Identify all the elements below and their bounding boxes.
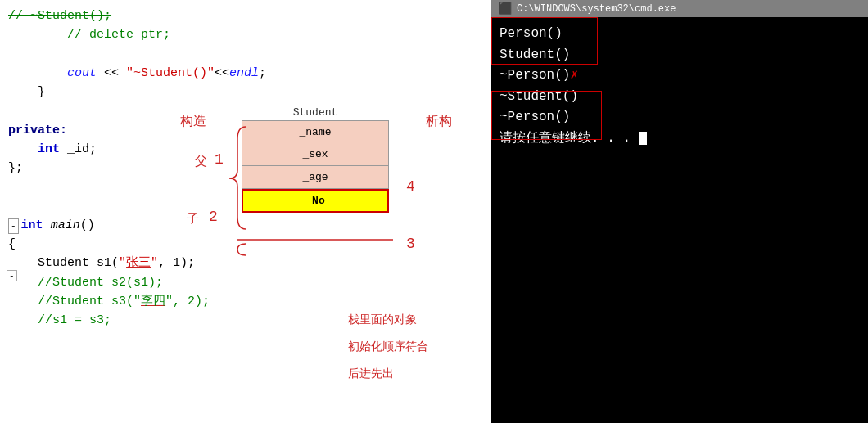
annotation-lifo: 后进先出: [348, 367, 394, 381]
annotation-1: 1: [215, 151, 224, 168]
code-line-brace1: }: [8, 83, 482, 101]
main-collapse-icon[interactable]: -: [7, 270, 17, 281]
highlight-box-2: [491, 91, 602, 140]
code-line-cout: cout << "~Student()" << endl ;: [8, 64, 482, 83]
code-line-blank1: [8, 45, 482, 64]
annotation-construct: 构造: [180, 113, 206, 130]
annotation-stack: 栈里面的对象: [348, 313, 417, 327]
code-line-2: // delete ptr;: [8, 25, 482, 44]
code-line-1: // ~Student();: [8, 7, 482, 25]
code-line-s1: Student s1( "张三" , 1);: [8, 254, 482, 272]
x-mark: ✗: [570, 65, 578, 87]
code-editor: // ~Student(); // delete ptr; cout << "~…: [0, 0, 491, 423]
highlight-box-1: [491, 17, 598, 65]
annotation-2: 2: [209, 209, 218, 225]
annotation-4: 4: [406, 178, 415, 195]
underline-svg: [237, 233, 401, 250]
annotation-destruct: 析构: [426, 113, 452, 130]
annotation-3: 3: [406, 236, 415, 252]
cmd-line-3: ~Person() ✗: [500, 65, 860, 87]
cmd-cursor: [639, 132, 647, 145]
code-line-s3: //Student s3( "李四" , 2);: [8, 292, 482, 311]
annotation-order: 初始化顺序符合: [348, 340, 428, 354]
cmd-window: ⬛ C:\WINDOWS\system32\cmd.exe Person() S…: [491, 0, 868, 423]
cmd-titlebar: ⬛ C:\WINDOWS\system32\cmd.exe: [491, 0, 868, 17]
code-line-s2: //Student s2(s1);: [8, 273, 482, 292]
annotation-child: 子: [187, 211, 199, 227]
collapse-indicator[interactable]: -: [8, 218, 19, 234]
diagram-title: Student: [242, 106, 389, 119]
annotation-parent: 父: [195, 154, 207, 169]
cmd-title-text: C:\WINDOWS\system32\cmd.exe: [517, 3, 676, 15]
cmd-output: Person() Student() ~Person() ✗ ~Student(…: [491, 17, 868, 423]
cmd-title-icon: ⬛: [498, 2, 512, 16]
